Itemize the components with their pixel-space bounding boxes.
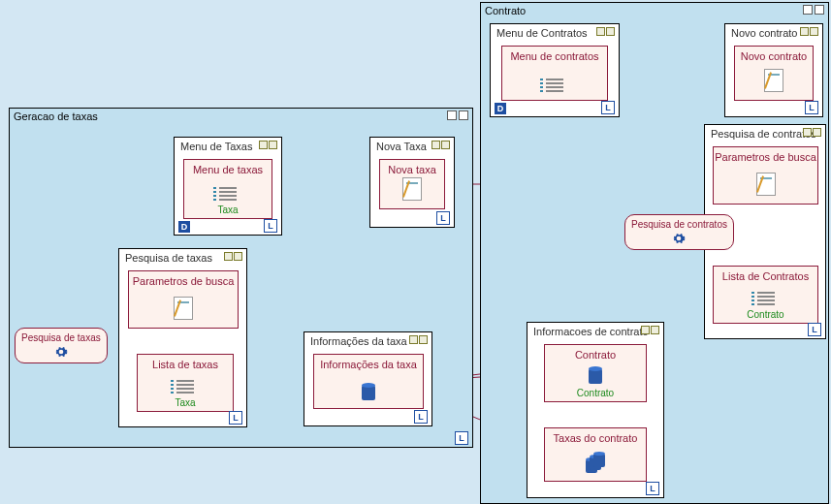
node-toolbar[interactable] — [800, 27, 818, 36]
node-novo-contrato[interactable]: Novo contrato Novo contrato L — [724, 23, 823, 117]
badge-L: L — [229, 411, 242, 425]
badge-L: L — [808, 323, 821, 336]
form-icon — [174, 297, 193, 320]
badge-L: L — [646, 482, 659, 495]
inner-menu-taxas[interactable]: Menu de taxas Taxa — [183, 159, 272, 219]
badge-L: L — [455, 431, 468, 445]
inner-taxas-contrato[interactable]: Taxas do contrato — [544, 427, 647, 482]
node-toolbar[interactable] — [409, 335, 428, 344]
inner-novo-contrato[interactable]: Novo contrato — [734, 46, 814, 101]
database-multi-icon — [586, 454, 605, 473]
inner-label: Menu de taxas — [184, 164, 272, 175]
action-label: Pesquisa de contratos — [631, 219, 727, 230]
region-toolbar[interactable] — [447, 110, 468, 120]
inner-label: Parametros de busca — [714, 151, 817, 163]
form-icon — [402, 177, 422, 201]
node-menu-contratos[interactable]: Menu de Contratos Menu de contratos D L — [490, 23, 620, 117]
inner-footer: Taxa — [138, 397, 233, 408]
inner-footer: Contrato — [545, 388, 646, 398]
node-info-contrato[interactable]: Informacoes de contrato Contrato Contrat… — [527, 322, 664, 498]
badge-L: L — [264, 219, 277, 233]
node-title: Pesquisa de contratos — [711, 128, 816, 140]
list-icon — [757, 292, 775, 305]
node-toolbar[interactable] — [224, 252, 242, 261]
list-icon — [219, 187, 237, 201]
badge-L: L — [805, 101, 818, 114]
node-toolbar[interactable] — [803, 128, 821, 137]
inner-label: Informações da taxa — [314, 359, 423, 370]
inner-menu-contratos[interactable]: Menu de contratos — [501, 46, 608, 101]
node-title: Menu de Taxas — [180, 141, 252, 152]
badge-D: D — [495, 103, 506, 114]
inner-nova-taxa[interactable]: Nova taxa — [379, 159, 445, 209]
node-toolbar[interactable] — [259, 141, 277, 149]
node-title: Nova Taxa — [376, 141, 427, 152]
inner-parametros[interactable]: Parametros de busca — [128, 270, 239, 329]
inner-label: Menu de contratos — [502, 50, 607, 62]
inner-lista[interactable]: Lista de taxas Taxa — [137, 354, 234, 412]
badge-L: L — [601, 101, 615, 114]
inner-label: Lista de taxas — [138, 359, 233, 370]
region-title: Contrato — [485, 5, 526, 16]
inner-label: Lista de Contratos — [714, 270, 817, 282]
badge-L: L — [414, 410, 428, 424]
node-title: Novo contrato — [731, 27, 797, 39]
node-title: Menu de Contratos — [496, 27, 588, 39]
database-icon — [589, 368, 602, 384]
list-icon — [176, 380, 194, 394]
list-icon — [546, 79, 563, 92]
region-toolbar[interactable] — [803, 5, 824, 15]
node-title: Informacoes de contrato — [533, 326, 649, 337]
inner-label: Taxas do contrato — [545, 432, 646, 444]
node-title: Pesquisa de taxas — [125, 252, 212, 264]
inner-label: Contrato — [545, 349, 646, 361]
inner-parametros[interactable]: Parametros de busca — [713, 146, 818, 205]
node-pesquisa-taxas[interactable]: Pesquisa de taxas Parametros de busca Li… — [118, 248, 247, 427]
node-toolbar[interactable] — [641, 326, 659, 334]
node-menu-taxas[interactable]: Menu de Taxas Menu de taxas Taxa D L — [174, 137, 282, 236]
node-title: Informações da taxa — [310, 335, 407, 347]
badge-L: L — [436, 211, 450, 225]
inner-label: Parametros de busca — [129, 275, 238, 287]
database-icon — [362, 385, 375, 400]
inner-footer: Contrato — [714, 309, 817, 320]
action-label: Pesquisa de taxas — [21, 332, 101, 343]
node-info-taxa[interactable]: Informações da taxa Informações da taxa … — [304, 331, 432, 426]
form-icon — [756, 173, 776, 196]
inner-contrato[interactable]: Contrato Contrato — [544, 344, 647, 402]
action-pesquisa-contratos[interactable]: Pesquisa de contratos — [624, 214, 734, 250]
region-title: Geracao de taxas — [14, 110, 98, 122]
node-nova-taxa[interactable]: Nova Taxa Nova taxa L — [369, 137, 455, 228]
inner-lista[interactable]: Lista de Contratos Contrato — [713, 266, 818, 324]
gear-icon — [54, 345, 68, 359]
node-toolbar[interactable] — [431, 141, 450, 149]
node-toolbar[interactable] — [596, 27, 615, 36]
inner-label: Nova taxa — [380, 164, 444, 175]
inner-label: Novo contrato — [735, 50, 813, 62]
badge-D: D — [178, 221, 190, 233]
form-icon — [764, 69, 783, 92]
inner-footer: Taxa — [184, 205, 272, 215]
action-pesquisa-taxas[interactable]: Pesquisa de taxas — [15, 328, 108, 363]
inner-info-taxa[interactable]: Informações da taxa — [313, 354, 424, 409]
gear-icon — [672, 232, 686, 245]
